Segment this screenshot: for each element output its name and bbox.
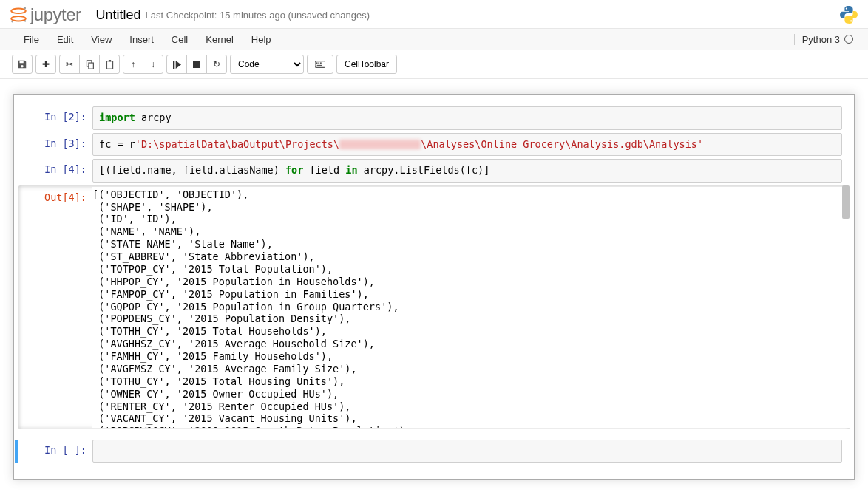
svg-rect-8 (88, 63, 93, 69)
menu-kernel[interactable]: Kernel (197, 29, 243, 50)
svg-rect-16 (320, 62, 322, 64)
svg-point-3 (11, 21, 13, 23)
out-prompt: Out[4]: (18, 187, 92, 428)
checkpoint-text: Last Checkpoint: 15 minutes ago (unsaved… (146, 10, 370, 21)
logo[interactable]: jupyter (9, 4, 81, 25)
menu-edit[interactable]: Edit (48, 29, 82, 50)
svg-rect-12 (193, 61, 200, 68)
run-button[interactable] (166, 55, 187, 74)
menu-cell[interactable]: Cell (163, 29, 197, 50)
svg-rect-14 (316, 62, 318, 64)
stop-button[interactable] (186, 55, 207, 74)
kernel-status-icon (844, 35, 853, 44)
svg-rect-10 (108, 60, 110, 61)
python-icon (838, 4, 859, 25)
code-cell: In [3]: fc = r'D:\spatialData\baOutput\P… (18, 133, 850, 157)
svg-rect-15 (318, 62, 319, 64)
svg-rect-13 (315, 61, 325, 68)
output-scrolled: Out[4]: [('OBJECTID', 'OBJECTID'), ('SHA… (18, 185, 850, 429)
code-input[interactable]: fc = r'D:\spatialData\baOutput\Projects\… (92, 133, 842, 157)
menu-view[interactable]: View (82, 29, 121, 50)
notebook-container: In [2]: import arcpy In [3]: fc = r'D:\s… (0, 79, 868, 494)
command-palette-button[interactable] (307, 55, 333, 74)
in-prompt: In [3]: (18, 133, 92, 157)
svg-rect-11 (173, 61, 174, 69)
kernel-indicator: Python 3 (794, 34, 853, 45)
code-cell: In [2]: import arcpy (18, 106, 850, 130)
notebook-title[interactable]: Untitled (96, 7, 141, 23)
code-input[interactable] (92, 440, 842, 463)
menu-file[interactable]: File (15, 29, 48, 50)
copy-button[interactable] (79, 55, 100, 74)
in-prompt: In [ ]: (18, 440, 92, 463)
output-text: [('OBJECTID', 'OBJECTID'), ('SHAPE', 'SH… (92, 187, 850, 428)
code-input[interactable]: import arcpy (92, 106, 842, 130)
code-input[interactable]: [(field.name, field.aliasName) for field… (92, 159, 842, 183)
code-cell-selected: In [ ]: (15, 440, 850, 463)
svg-rect-9 (106, 61, 112, 69)
jupyter-icon (9, 5, 28, 24)
menubar: File Edit View Insert Cell Kernel Help P… (0, 28, 868, 50)
kernel-name: Python 3 (802, 34, 840, 45)
svg-point-4 (24, 20, 26, 21)
redacted-text (339, 140, 421, 149)
header: jupyter Untitled Last Checkpoint: 15 min… (0, 0, 868, 28)
logo-text: jupyter (30, 4, 81, 25)
save-button[interactable] (12, 55, 33, 74)
in-prompt: In [2]: (18, 106, 92, 130)
in-prompt: In [4]: (18, 159, 92, 183)
paste-button[interactable] (99, 55, 120, 74)
restart-button[interactable]: ↻ (206, 55, 227, 74)
svg-point-2 (24, 7, 26, 9)
add-cell-button[interactable]: ✚ (35, 55, 56, 74)
move-up-button[interactable]: ↑ (123, 55, 143, 74)
celltype-select[interactable]: Code (230, 55, 304, 74)
cut-button[interactable]: ✂ (59, 55, 80, 74)
menu-help[interactable]: Help (243, 29, 280, 50)
code-cell: In [4]: [(field.name, field.aliasName) f… (18, 159, 850, 183)
svg-point-5 (846, 7, 847, 9)
celltoolbar-button[interactable]: CellToolbar (336, 55, 397, 74)
menu-insert[interactable]: Insert (121, 29, 163, 50)
svg-point-6 (850, 20, 852, 21)
svg-point-1 (11, 16, 26, 21)
svg-point-0 (11, 9, 26, 13)
svg-rect-17 (317, 65, 322, 66)
toolbar: ✚ ✂ ↑ ↓ ↻ Code CellToolbar (0, 50, 868, 79)
move-down-button[interactable]: ↓ (143, 55, 163, 74)
